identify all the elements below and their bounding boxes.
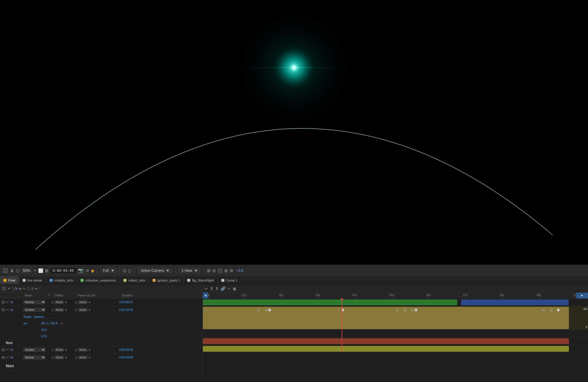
view-button[interactable]: 1 View ▼ <box>179 268 201 273</box>
layer-tool-edit[interactable]: ✏ <box>23 286 26 291</box>
layer-2-trkmat-dropdown[interactable]: ▼ <box>65 309 67 311</box>
refresh-icon[interactable]: ↺ <box>86 268 89 273</box>
layer-1-parent-dropdown[interactable]: ▼ <box>88 301 91 304</box>
layer-1-fx[interactable]: fx <box>11 301 13 304</box>
zoom-dropdown-icon[interactable]: ▼ <box>34 269 36 272</box>
layer-1-parent-eye[interactable]: ◎ <box>75 301 78 304</box>
tl-track-yellow-bar[interactable] <box>203 346 569 352</box>
settings-icon[interactable]: ⚙ <box>230 268 233 273</box>
layer-4-mode[interactable]: Norma Screen Add <box>23 355 46 360</box>
layer-tool-fx[interactable]: fx <box>15 286 18 291</box>
tl-icon-up[interactable]: ⬆ <box>210 286 213 291</box>
tab-collect-dots[interactable]: collect_dots <box>120 276 149 284</box>
tl-icon-prev[interactable]: ↩ <box>205 286 208 291</box>
prop-value-position[interactable]: 961.2, 536.8 <box>41 322 58 325</box>
layer-tool-box[interactable]: □ <box>39 286 41 291</box>
tl-track-red-bar[interactable] <box>203 338 569 344</box>
layer-3-mode[interactable]: Screen Norma Add <box>23 348 46 352</box>
layer-tool-square[interactable]: ⬛ <box>2 286 6 291</box>
layer-tool-diamond[interactable]: ◈ <box>19 286 21 291</box>
prop-eye-position[interactable]: ◎ <box>61 321 64 325</box>
reset-button[interactable]: Reset <box>24 315 31 319</box>
timecode-display[interactable]: 0:00:04:06 <box>50 268 76 273</box>
camera-icon[interactable]: 📷 <box>78 268 84 273</box>
layer-3-trkmat-dropdown[interactable]: ▼ <box>65 349 67 351</box>
layer-2-parent-eye[interactable]: ◎ <box>75 308 78 311</box>
layer-2-trkmat-eye[interactable]: ◎ <box>51 308 54 311</box>
layer-2-fx[interactable]: fx <box>11 308 13 311</box>
layer-tool-hex[interactable]: ⬡ <box>27 286 30 291</box>
tab-ignition-spark2[interactable]: ignition_spark 2 <box>149 276 184 284</box>
layout-icon-4[interactable]: ⊞ <box>224 268 228 273</box>
options-button[interactable]: Options... <box>34 315 46 319</box>
prop-value-20[interactable]: 20.0 <box>41 328 47 331</box>
layer-2-slash[interactable]: ╲ <box>9 308 10 311</box>
grid-icon[interactable]: ⊡ <box>123 268 126 273</box>
layer-1-trkmat-dropdown[interactable]: ▼ <box>65 301 67 304</box>
layer-4-slash[interactable]: ╲ <box>9 356 10 359</box>
tab-final[interactable]: Final <box>0 276 19 284</box>
tl-arr-left-1[interactable]: ◀ <box>583 307 585 310</box>
tab-multiply-dots[interactable]: multiply_dots <box>46 276 77 284</box>
toolbar-icon-5[interactable]: ⊞ <box>45 268 49 273</box>
layer-3-fx[interactable]: fx <box>11 348 13 351</box>
tl-icon-down[interactable]: ⬇ <box>215 286 219 291</box>
layer-3-parent-btn[interactable]: None <box>78 348 88 352</box>
zoom-display[interactable]: 50% <box>21 268 32 273</box>
tab-bg-starrynight[interactable]: Bg_StarryNight <box>184 276 218 284</box>
prop-value-050[interactable]: 0.50 <box>41 335 47 338</box>
layer-3-trkmat-eye[interactable]: ◎ <box>51 348 54 351</box>
active-camera-button[interactable]: Active Camera ▼ <box>138 268 173 273</box>
layer-3-parent-dropdown[interactable]: ▼ <box>88 349 91 351</box>
layer-3-parent-eye[interactable]: ◎ <box>75 348 78 351</box>
layer-4-trkmat-eye[interactable]: ◎ <box>51 356 54 359</box>
toolbar-icon-4[interactable]: ⬜ <box>38 268 43 273</box>
layer-2-parent-dropdown[interactable]: ▼ <box>88 309 91 311</box>
layer-3-eye[interactable]: ☀ <box>5 348 8 351</box>
layer-1-trkmat-eye[interactable]: ◎ <box>51 301 54 304</box>
ruler-nav-right[interactable]: ▶ <box>576 293 588 299</box>
layer-4-parent-eye[interactable]: ◎ <box>75 356 78 359</box>
tab-line-streak[interactable]: line-streak <box>19 276 46 284</box>
quality-button[interactable]: Full ▼ <box>101 268 117 273</box>
layer-1-mode[interactable]: Norma Screen Add Multiply <box>23 300 46 304</box>
layout-icon-3[interactable]: ⬛ <box>218 268 223 273</box>
color-wheel-icon[interactable]: ◉ <box>91 268 94 273</box>
toolbar-icon-1[interactable]: ⬛ <box>2 268 8 273</box>
layer-3-trkmat-btn[interactable]: None <box>55 348 64 352</box>
layer-4-eye[interactable]: ☀ <box>5 356 8 359</box>
tl-track-blue-bar[interactable] <box>461 299 569 305</box>
layer-4-trkmat-btn[interactable]: None <box>55 356 64 359</box>
mask-icon[interactable]: ◻ <box>128 268 132 273</box>
layer-4-trkmat-dropdown[interactable]: ▼ <box>65 356 67 359</box>
layer-tool-circle[interactable]: ● <box>35 286 37 291</box>
layer-tool-circle-dot[interactable]: ◎ <box>31 286 34 291</box>
layer-2-mode[interactable]: Screen Norma Add Multiply <box>23 308 46 312</box>
layer-2-parent-btn[interactable]: None <box>78 308 88 312</box>
layer-4-parent-dropdown[interactable]: ▼ <box>88 356 91 359</box>
layer-2-trkmat-btn[interactable]: None <box>55 308 64 312</box>
layer-tool-backslash[interactable]: ╲ <box>12 286 14 291</box>
layout-icon-2[interactable]: ⊟ <box>212 268 216 273</box>
layer-2-solo[interactable]: ⬛ <box>1 308 5 311</box>
toolbar-icon-2[interactable]: 🖥 <box>10 268 14 273</box>
tab-comp1[interactable]: Comp 1 <box>218 276 241 284</box>
tl-icon-box[interactable]: ▣ <box>233 286 236 291</box>
playhead[interactable] <box>342 299 342 353</box>
layer-3-solo[interactable]: ⬛ <box>1 348 5 351</box>
tl-icon-cut[interactable]: ✂ <box>227 286 231 291</box>
layer-1-solo[interactable]: ⬛ <box>1 301 5 304</box>
tl-icon-link[interactable]: 🔗 <box>220 286 225 291</box>
layer-2-eye[interactable]: ☀ <box>5 308 8 311</box>
tab-collective-experience[interactable]: collective_experience <box>77 276 120 284</box>
layer-3-slash[interactable]: ╲ <box>9 348 10 351</box>
layer-4-solo[interactable]: ⬛ <box>1 356 5 359</box>
tl-track-green-bar[interactable] <box>203 299 457 305</box>
ruler-nav-left[interactable]: ◀ <box>203 293 208 299</box>
layer-1-slash[interactable]: ╲ <box>9 301 10 304</box>
layer-1-trkmat-btn[interactable]: None <box>55 300 64 304</box>
toolbar-icon-3[interactable]: ⬡ <box>16 268 19 273</box>
layer-4-fx[interactable]: fx <box>11 356 13 359</box>
layer-1-eye[interactable]: ☀ <box>5 301 8 304</box>
layer-1-parent-btn[interactable]: None <box>78 300 88 304</box>
